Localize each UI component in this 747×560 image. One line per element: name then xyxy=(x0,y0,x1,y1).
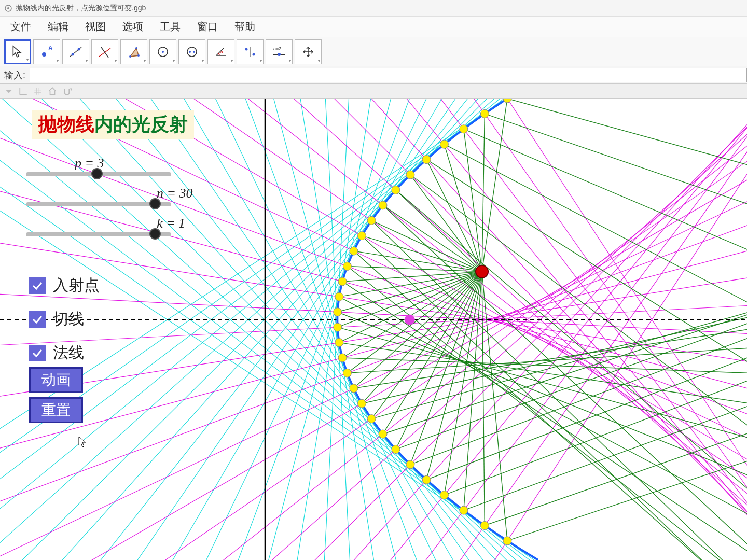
slider-p-thumb[interactable] xyxy=(91,168,103,179)
menu-tools[interactable]: 工具 xyxy=(153,18,188,36)
animate-button[interactable]: 动画 xyxy=(29,367,83,393)
menu-edit[interactable]: 编辑 xyxy=(40,18,76,36)
svg-point-5 xyxy=(72,53,74,55)
tool-reflect[interactable]: ▾ xyxy=(237,39,264,64)
window-title: 抛物线内的光反射，点光源位置可变.ggb xyxy=(16,4,146,13)
svg-text:a=2: a=2 xyxy=(273,46,281,51)
title-part-2: 内的光反射 xyxy=(94,114,188,135)
svg-point-24 xyxy=(278,53,281,56)
input-label: 输入: xyxy=(0,69,30,81)
svg-line-8 xyxy=(101,47,108,58)
graphics-view[interactable]: 抛物线内的光反射 p = 3 n = 30 k = 1 入射点 切线 法线 xyxy=(0,99,747,560)
checkbox-incident[interactable] xyxy=(29,277,46,294)
checkbox-tangent-label: 切线 xyxy=(53,309,84,330)
svg-point-17 xyxy=(193,51,195,53)
svg-point-6 xyxy=(78,48,80,50)
reset-button[interactable]: 重置 xyxy=(29,397,83,423)
svg-point-10 xyxy=(129,55,131,58)
svg-point-21 xyxy=(253,53,255,55)
menu-window[interactable]: 窗口 xyxy=(190,18,225,36)
menu-help[interactable]: 帮助 xyxy=(227,18,262,36)
view-subbar: ▾ xyxy=(0,84,747,99)
window-titlebar: 抛物线内的光反射，点光源位置可变.ggb xyxy=(0,0,747,17)
input-field[interactable] xyxy=(30,68,747,82)
title-part-1: 抛物线 xyxy=(38,114,94,135)
svg-point-15 xyxy=(187,47,197,57)
svg-point-16 xyxy=(189,51,191,53)
svg-marker-9 xyxy=(130,48,139,57)
checkbox-tangent[interactable] xyxy=(29,311,46,328)
checkboxes: 入射点 切线 法线 xyxy=(29,275,100,376)
tool-point[interactable]: A▾ xyxy=(33,39,60,64)
mouse-cursor-icon xyxy=(78,436,88,448)
tool-perpendicular[interactable]: ▾ xyxy=(91,39,118,64)
tool-move[interactable]: ▾ xyxy=(4,39,31,64)
slider-n[interactable]: n = 30 xyxy=(26,186,213,206)
svg-text:▾: ▾ xyxy=(70,87,72,92)
checkbox-normal-label: 法线 xyxy=(53,342,84,363)
toolbar: ▾ A▾ ▾ ▾ ▾ ▾ ▾ α▾ ▾ a=2▾ ▾ xyxy=(0,37,747,66)
tool-line[interactable]: ▾ xyxy=(62,39,89,64)
snap-icon[interactable]: ▾ xyxy=(62,87,72,96)
svg-text:α: α xyxy=(220,50,223,54)
app-icon xyxy=(4,4,12,12)
svg-point-2 xyxy=(42,52,46,57)
svg-text:A: A xyxy=(48,45,53,52)
svg-point-14 xyxy=(162,51,164,53)
menu-options[interactable]: 选项 xyxy=(115,18,150,36)
svg-point-12 xyxy=(135,47,137,49)
home-icon[interactable] xyxy=(48,87,57,96)
chevron-down-icon[interactable] xyxy=(4,87,13,96)
slider-k[interactable]: k = 1 xyxy=(26,216,213,236)
action-buttons: 动画 重置 xyxy=(29,367,83,427)
tool-slider[interactable]: a=2▾ xyxy=(266,39,293,64)
slider-k-thumb[interactable] xyxy=(149,228,161,240)
slider-p[interactable]: p = 3 xyxy=(26,156,213,176)
graph-title: 抛物线内的光反射 xyxy=(32,110,194,139)
tool-angle[interactable]: α▾ xyxy=(208,39,234,64)
slider-n-thumb[interactable] xyxy=(149,198,161,209)
svg-point-1 xyxy=(7,7,9,9)
checkbox-normal[interactable] xyxy=(29,345,46,361)
svg-point-11 xyxy=(137,54,140,57)
input-bar: 输入: xyxy=(0,66,747,84)
tool-ellipse[interactable]: ▾ xyxy=(178,39,205,64)
menu-view[interactable]: 视图 xyxy=(78,18,113,36)
svg-point-20 xyxy=(245,48,248,50)
grid-icon[interactable] xyxy=(33,87,43,96)
sliders: p = 3 n = 30 k = 1 xyxy=(26,156,213,246)
tool-polygon[interactable]: ▾ xyxy=(120,39,147,64)
slider-n-label: n = 30 xyxy=(157,186,213,201)
checkbox-incident-label: 入射点 xyxy=(53,275,100,296)
tool-move-view[interactable]: ▾ xyxy=(295,39,322,64)
tool-circle[interactable]: ▾ xyxy=(149,39,176,64)
menubar: 文件 编辑 视图 选项 工具 窗口 帮助 xyxy=(0,17,747,37)
axes-icon[interactable] xyxy=(19,87,28,96)
slider-k-label: k = 1 xyxy=(157,216,213,231)
menu-file[interactable]: 文件 xyxy=(3,18,38,36)
